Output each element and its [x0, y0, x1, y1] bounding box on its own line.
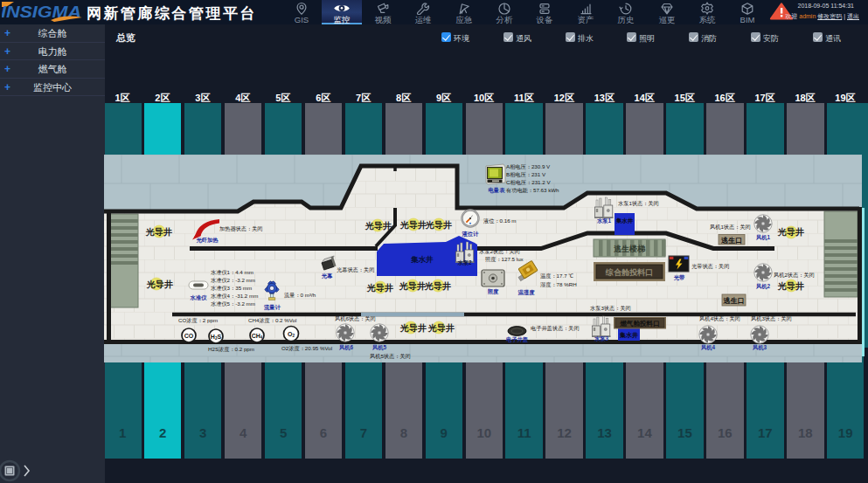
svg-text:B相电压：231 V: B相电压：231 V: [506, 171, 546, 178]
svg-text:风机1: 风机1: [755, 234, 771, 241]
svg-text:光导井: 光导井: [424, 281, 451, 291]
svg-text:风机2: 风机2: [755, 283, 771, 290]
svg-text:集水井: 集水井: [410, 255, 434, 264]
svg-text:风机5状态：关闭: 风机5状态：关闭: [370, 353, 411, 360]
svg-text:水准仪3：35 mm: 水准仪3：35 mm: [211, 285, 252, 291]
svg-text:水泵1状态：关闭: 水泵1状态：关闭: [618, 200, 659, 207]
svg-text:光纤加热: 光纤加热: [195, 237, 219, 244]
svg-text:液位计: 液位计: [462, 231, 480, 238]
svg-text:集水井: 集水井: [619, 332, 638, 339]
svg-text:逃生楼梯: 逃生楼梯: [614, 245, 646, 253]
svg-text:水泵2: 水泵2: [456, 259, 472, 266]
svg-text:风机3: 风机3: [752, 344, 767, 351]
svg-text:有功电能：57.63 kWh: 有功电能：57.63 kWh: [505, 187, 559, 194]
svg-text:水准仪1：4.4 mm: 水准仪1：4.4 mm: [211, 269, 253, 275]
svg-text:风机4状态：关闭: 风机4状态：关闭: [699, 315, 740, 322]
svg-text:电子井盖: 电子井盖: [506, 336, 529, 343]
svg-text:光导井: 光导井: [365, 221, 392, 231]
svg-text:流量计: 流量计: [263, 304, 281, 311]
svg-text:逃生口: 逃生口: [723, 297, 745, 305]
svg-text:湿度：78 %RH: 湿度：78 %RH: [540, 281, 577, 288]
svg-text:风机6: 风机6: [338, 344, 354, 351]
svg-text:CH4浓度：0.2 %Vol: CH4浓度：0.2 %Vol: [248, 317, 296, 324]
svg-text:A相电压：230.9 V: A相电压：230.9 V: [506, 163, 551, 170]
svg-text:CO: CO: [184, 333, 194, 339]
svg-text:光导井: 光导井: [399, 220, 427, 230]
svg-text:光幕: 光幕: [321, 273, 333, 279]
svg-text:水泵3状态：关闭: 水泵3状态：关闭: [590, 305, 631, 312]
svg-text:风机6状态：关闭: 风机6状态：关闭: [335, 315, 376, 322]
svg-text:水准仪2：-3.2 mm: 水准仪2：-3.2 mm: [211, 277, 255, 283]
svg-text:综合舱投料口: 综合舱投料口: [605, 268, 653, 277]
svg-text:H2S浓度：0.2 ppm: H2S浓度：0.2 ppm: [208, 346, 254, 353]
svg-text:电量表: 电量表: [489, 187, 506, 194]
svg-text:风机3状态：关闭: 风机3状态：关闭: [751, 315, 792, 322]
svg-text:液位：0.16 m: 液位：0.16 m: [483, 217, 516, 224]
svg-text:光导井: 光导井: [425, 220, 452, 230]
svg-text:光导井: 光导井: [399, 323, 427, 333]
svg-text:加热器状态：关闭: 加热器状态：关闭: [219, 225, 263, 232]
svg-text:水准仪: 水准仪: [190, 294, 208, 301]
svg-text:光导井: 光导井: [777, 281, 804, 291]
svg-text:电子井盖状态：关闭: 电子井盖状态：关闭: [531, 325, 580, 332]
svg-text:风机1状态：关闭: 风机1状态：关闭: [710, 224, 751, 231]
svg-text:水泵2状态：关闭: 水泵2状态：关闭: [479, 248, 520, 255]
svg-text:流量：0 m³/h: 流量：0 m³/h: [284, 292, 316, 299]
svg-text:C相电压：231.2 V: C相电压：231.2 V: [506, 179, 551, 186]
svg-text:光导井: 光导井: [146, 279, 173, 289]
svg-text:光导井: 光导井: [777, 227, 804, 237]
svg-text:温湿度: 温湿度: [517, 289, 536, 296]
svg-text:光带状态：关闭: 光带状态：关闭: [691, 263, 729, 270]
svg-text:水泵3: 水泵3: [594, 335, 609, 342]
svg-text:水泵1: 水泵1: [596, 217, 612, 224]
svg-text:燃气舱投料口: 燃气舱投料口: [620, 320, 660, 328]
svg-text:集水井: 集水井: [615, 217, 634, 224]
svg-text:风机5: 风机5: [372, 344, 387, 351]
svg-text:水准仪4：-31.2 mm: 水准仪4：-31.2 mm: [211, 293, 258, 299]
svg-text:光导井: 光导井: [427, 323, 455, 333]
svg-text:水准仪5：-3.2 mm: 水准仪5：-3.2 mm: [211, 300, 255, 307]
svg-text:光导井: 光导井: [399, 281, 426, 291]
svg-text:照度: 照度: [488, 288, 499, 295]
svg-text:照度：127.5 lux: 照度：127.5 lux: [485, 256, 524, 263]
svg-text:光幕状态：关闭: 光幕状态：关闭: [337, 266, 374, 273]
svg-text:光导井: 光导井: [366, 283, 393, 293]
svg-text:CO浓度：2 ppm: CO浓度：2 ppm: [178, 317, 218, 324]
svg-text:O2浓度：20.95 %Vol: O2浓度：20.95 %Vol: [281, 345, 332, 352]
svg-text:风机4: 风机4: [700, 344, 716, 351]
svg-text:风机2状态：关闭: 风机2状态：关闭: [774, 272, 815, 279]
svg-text:光导井: 光导井: [145, 227, 172, 237]
svg-text:逃生口: 逃生口: [720, 237, 742, 245]
svg-text:光带: 光带: [673, 274, 685, 281]
svg-text:温度：17.7 ℃: 温度：17.7 ℃: [540, 273, 573, 279]
